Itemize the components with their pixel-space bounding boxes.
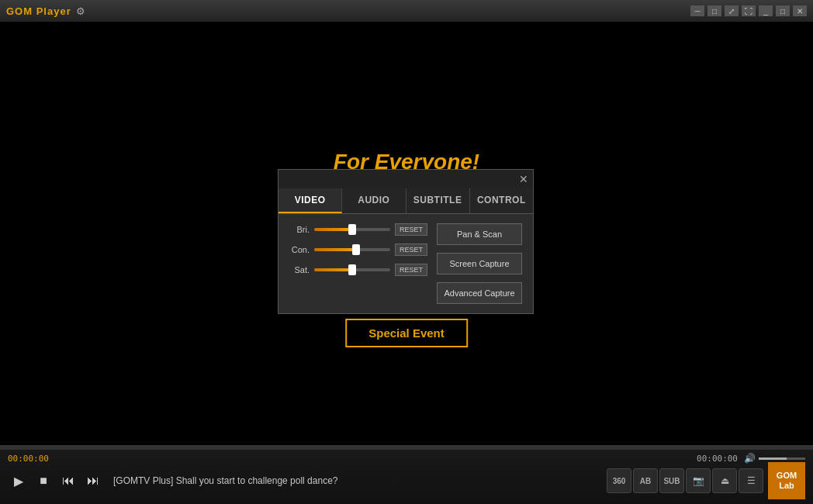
ab-button[interactable]: AB bbox=[633, 468, 658, 493]
contrast-row: Con. RESET bbox=[289, 243, 427, 256]
prev-button[interactable]: ⏮ bbox=[57, 470, 79, 492]
stop-button[interactable]: ■ bbox=[33, 470, 54, 492]
capture-buttons-section: Pan & Scan Screen Capture Advanced Captu… bbox=[437, 223, 522, 304]
special-event-button[interactable]: Special Event bbox=[345, 319, 468, 347]
saturation-thumb[interactable] bbox=[348, 264, 356, 275]
contrast-track[interactable] bbox=[314, 248, 390, 251]
brightness-fill bbox=[314, 228, 352, 231]
restore-button[interactable]: □ bbox=[707, 5, 721, 16]
brightness-label: Bri. bbox=[289, 225, 310, 234]
advanced-capture-button[interactable]: Advanced Capture bbox=[437, 282, 522, 304]
tab-subtitle[interactable]: SUBTITLE bbox=[406, 188, 470, 213]
contrast-thumb[interactable] bbox=[352, 244, 360, 255]
contrast-reset-button[interactable]: RESET bbox=[395, 243, 427, 256]
tab-video[interactable]: VIDEO bbox=[278, 188, 342, 213]
fullscreen-button[interactable]: ⛶ bbox=[742, 5, 756, 16]
saturation-label: Sat. bbox=[289, 265, 310, 274]
right-icons: 360 AB SUB 📷 ⏏ ☰ GOMLab bbox=[607, 462, 805, 499]
next-button[interactable]: ⏭ bbox=[82, 470, 104, 492]
titlebar: GOM Player ⚙ ─ □ ⤢ ⛶ _ □ ✕ bbox=[0, 0, 813, 22]
brightness-reset-button[interactable]: RESET bbox=[395, 223, 427, 236]
saturation-row: Sat. RESET bbox=[289, 264, 427, 276]
transport-row: ▶ ■ ⏮ ⏭ [GOMTV Plus] Shall you start to … bbox=[0, 467, 813, 495]
window-max-button[interactable]: □ bbox=[776, 5, 790, 16]
saturation-reset-button[interactable]: RESET bbox=[395, 264, 427, 276]
window-controls: ─ □ ⤢ ⛶ _ □ ✕ bbox=[690, 5, 807, 16]
play-button[interactable]: ▶ bbox=[8, 470, 29, 492]
minimize-button[interactable]: ─ bbox=[690, 5, 704, 16]
video-settings-dialog: ✕ VIDEO AUDIO SUBTITLE CONTROL Bri. RESE… bbox=[278, 169, 534, 314]
settings-icon[interactable]: ⚙ bbox=[76, 5, 85, 17]
dialog-content: Bri. RESET Con. RESET Sat. bbox=[278, 214, 533, 313]
brightness-row: Bri. RESET bbox=[289, 223, 427, 236]
pan-scan-button[interactable]: Pan & Scan bbox=[437, 223, 522, 245]
saturation-track[interactable] bbox=[314, 268, 390, 271]
window-min-button[interactable]: _ bbox=[759, 5, 773, 16]
contrast-fill bbox=[314, 248, 356, 251]
gom-logo-text: GOMLab bbox=[777, 471, 797, 491]
dialog-close-button[interactable]: ✕ bbox=[519, 174, 528, 185]
contrast-label: Con. bbox=[289, 245, 310, 254]
maximize-button[interactable]: ⤢ bbox=[725, 5, 739, 16]
sliders-section: Bri. RESET Con. RESET Sat. bbox=[289, 223, 427, 304]
control-bar: 00:00:00 00:00:00 🔊 ▶ ■ ⏮ ⏭ [GOMTV Plus]… bbox=[0, 445, 813, 504]
playlist-button[interactable]: ☰ bbox=[739, 468, 763, 493]
volume-fill bbox=[759, 457, 787, 460]
progress-bar[interactable] bbox=[0, 445, 813, 450]
time-elapsed: 00:00:00 bbox=[8, 454, 49, 464]
dialog-titlebar: ✕ bbox=[278, 170, 533, 188]
screen-capture-button[interactable]: Screen Capture bbox=[437, 253, 522, 274]
eject-button[interactable]: ⏏ bbox=[712, 468, 737, 493]
screenshot-button[interactable]: 📷 bbox=[686, 468, 711, 493]
tab-audio[interactable]: AUDIO bbox=[342, 188, 406, 213]
tab-control[interactable]: CONTROL bbox=[470, 188, 533, 213]
close-button[interactable]: ✕ bbox=[793, 5, 807, 16]
brightness-track[interactable] bbox=[314, 228, 390, 231]
song-title: [GOMTV Plus] Shall you start to challeng… bbox=[113, 475, 604, 486]
gom-lab-button[interactable]: GOMLab bbox=[768, 462, 805, 499]
brightness-thumb[interactable] bbox=[348, 224, 356, 235]
saturation-fill bbox=[314, 268, 352, 271]
app-title: GOM Player bbox=[6, 5, 71, 17]
dialog-tabs: VIDEO AUDIO SUBTITLE CONTROL bbox=[278, 188, 533, 214]
volume-slider[interactable] bbox=[759, 457, 805, 460]
subtitle-button[interactable]: SUB bbox=[659, 468, 684, 493]
360-button[interactable]: 360 bbox=[607, 468, 631, 493]
